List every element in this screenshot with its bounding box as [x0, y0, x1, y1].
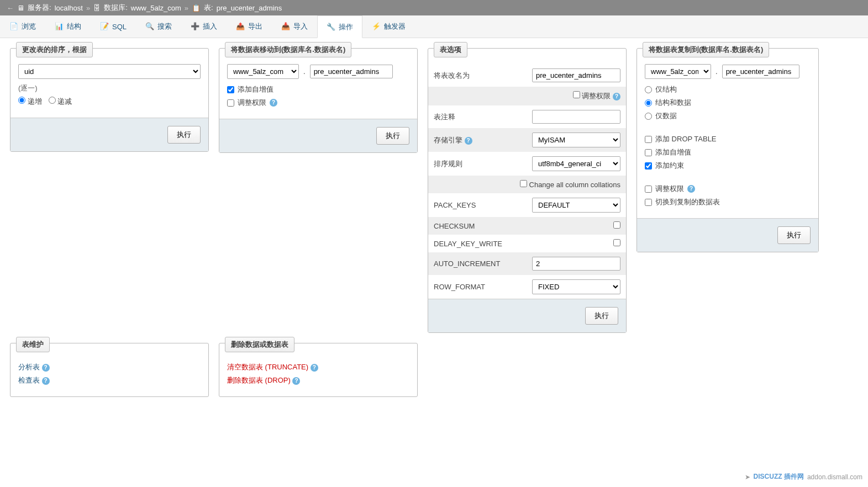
help-icon[interactable]: ? [311, 364, 318, 372]
import-icon: 📥 [281, 22, 290, 31]
change-collations-checkbox[interactable] [520, 180, 527, 187]
search-icon: 🔍 [145, 22, 154, 31]
help-icon[interactable]: ? [42, 364, 50, 372]
back-arrow[interactable]: ← [7, 4, 14, 12]
copy-droptable-checkbox[interactable] [645, 136, 652, 143]
database-icon: 🗄 [93, 4, 101, 12]
options-privs-label: 调整权限 [582, 92, 611, 100]
table-options-panel: 表选项 将表改名为 调整权限 ? 表注释 存储引擎 ?MyISAM 排序规则ut… [428, 48, 627, 333]
copy-table-input[interactable] [722, 65, 799, 78]
sort-asc-label: 递增 [28, 97, 42, 105]
copy-privs-checkbox[interactable] [645, 186, 652, 193]
rename-input[interactable] [532, 68, 620, 82]
drop-link[interactable]: 删除数据表 (DROP) [227, 376, 291, 384]
copy-autoinc-checkbox[interactable] [645, 149, 652, 156]
copy-go-button[interactable]: 执行 [777, 226, 811, 244]
copy-data-label: 仅数据 [655, 111, 677, 121]
collation-label: 排序规则 [434, 159, 511, 169]
tab-label: SQL [112, 23, 127, 31]
tab-label: 触发器 [384, 22, 406, 31]
copy-db-select[interactable]: www_5alz_com [645, 64, 711, 79]
options-go-button[interactable]: 执行 [585, 307, 618, 325]
copy-structdata-radio[interactable] [645, 99, 652, 107]
sort-desc-radio[interactable] [49, 97, 56, 104]
tab-label: 操作 [339, 22, 353, 32]
copy-data-radio[interactable] [645, 113, 652, 120]
move-autoinc-checkbox[interactable] [227, 86, 234, 93]
sort-asc-radio[interactable] [18, 97, 25, 104]
move-title: 将数据表移动到(数据库名.数据表名) [225, 42, 351, 57]
tabs-bar: 📄浏览 📊结构 📝SQL 🔍搜索 ➕插入 📤导出 📥导入 🔧操作 ⚡触发器 [0, 15, 868, 38]
collation-select[interactable]: utf8mb4_general_ci [532, 156, 620, 171]
server-label: 服务器: [28, 3, 51, 13]
dot-separator: . [303, 67, 306, 76]
move-panel: 将数据表移动到(数据库名.数据表名) www_5alz_com . 添加自增值 … [219, 48, 418, 153]
rename-label: 将表改名为 [434, 71, 511, 81]
copy-switch-checkbox[interactable] [645, 199, 652, 206]
tab-sql[interactable]: 📝SQL [91, 15, 136, 38]
help-icon[interactable]: ? [42, 377, 50, 385]
help-icon[interactable]: ? [613, 93, 620, 100]
delaykey-label: DELAY_KEY_WRITE [434, 240, 511, 248]
comment-input[interactable] [532, 110, 620, 124]
tab-operations[interactable]: 🔧操作 [317, 15, 362, 38]
move-autoinc-label: 添加自增值 [238, 84, 273, 94]
copy-privs-label: 调整权限 [655, 184, 684, 194]
check-link[interactable]: 检查表 [18, 376, 40, 384]
autoinc-input[interactable] [532, 257, 620, 271]
sort-column-select[interactable]: uid [18, 64, 201, 79]
options-privs-checkbox[interactable] [573, 91, 580, 98]
table-name[interactable]: pre_ucenter_admins [217, 4, 282, 12]
tab-structure[interactable]: 📊结构 [45, 15, 91, 38]
maint-title: 表维护 [16, 337, 50, 352]
truncate-link[interactable]: 清空数据表 (TRUNCATE) [227, 363, 308, 371]
move-db-select[interactable]: www_5alz_com [227, 64, 299, 79]
move-privs-label: 调整权限 [238, 98, 266, 108]
server-name[interactable]: localhost [55, 4, 83, 12]
copy-structure-label: 仅结构 [655, 84, 677, 94]
tab-import[interactable]: 📥导入 [272, 15, 317, 38]
sort-desc-option[interactable]: 递减 [49, 97, 72, 107]
copy-autoinc-label: 添加自增值 [655, 147, 691, 157]
copy-droptable-label: 添加 DROP TABLE [655, 134, 717, 144]
checksum-checkbox[interactable] [613, 221, 620, 229]
tab-triggers[interactable]: ⚡触发器 [362, 15, 415, 38]
triggers-icon: ⚡ [372, 22, 381, 31]
delaykey-checkbox[interactable] [613, 239, 620, 246]
tab-label: 搜索 [157, 22, 172, 31]
dot-separator: . [716, 67, 718, 76]
engine-label: 存储引擎 ? [434, 135, 511, 145]
tab-label: 导出 [248, 22, 262, 31]
copy-constraints-label: 添加约束 [655, 161, 684, 171]
table-label: 表: [204, 3, 213, 13]
sql-icon: 📝 [100, 22, 109, 31]
checksum-label: CHECKSUM [434, 222, 511, 230]
breadcrumb: ← 🖥 服务器: localhost » 🗄 数据库: www_5alz_com… [0, 0, 868, 15]
database-name[interactable]: www_5alz_com [131, 4, 181, 12]
sort-asc-option[interactable]: 递增 [18, 97, 42, 107]
tab-browse[interactable]: 📄浏览 [0, 15, 45, 38]
delete-title: 删除数据或数据表 [225, 337, 294, 352]
copy-structure-radio[interactable] [645, 86, 652, 93]
tab-insert[interactable]: ➕插入 [181, 15, 227, 38]
tab-label: 导入 [293, 22, 308, 31]
help-icon[interactable]: ? [292, 377, 300, 385]
move-privs-checkbox[interactable] [227, 99, 234, 107]
maintenance-panel: 表维护 分析表 ? 检查表 ? [10, 343, 209, 397]
move-table-input[interactable] [310, 65, 393, 78]
sort-go-button[interactable]: 执行 [167, 126, 201, 144]
copy-panel: 将数据表复制到(数据库名.数据表名) www_5alz_com . 仅结构 结构… [636, 48, 819, 252]
separator: » [86, 4, 90, 12]
rowformat-select[interactable]: FIXED [532, 279, 620, 294]
engine-select[interactable]: MyISAM [532, 133, 620, 147]
move-go-button[interactable]: 执行 [376, 127, 409, 145]
tab-search[interactable]: 🔍搜索 [136, 15, 181, 38]
help-icon[interactable]: ? [687, 185, 695, 193]
autoinc-label: AUTO_INCREMENT [434, 260, 511, 268]
tab-export[interactable]: 📤导出 [227, 15, 272, 38]
analyze-link[interactable]: 分析表 [18, 363, 40, 371]
copy-constraints-checkbox[interactable] [645, 162, 652, 170]
packkeys-select[interactable]: DEFAULT [532, 198, 620, 213]
help-icon[interactable]: ? [465, 137, 472, 145]
help-icon[interactable]: ? [270, 99, 277, 107]
